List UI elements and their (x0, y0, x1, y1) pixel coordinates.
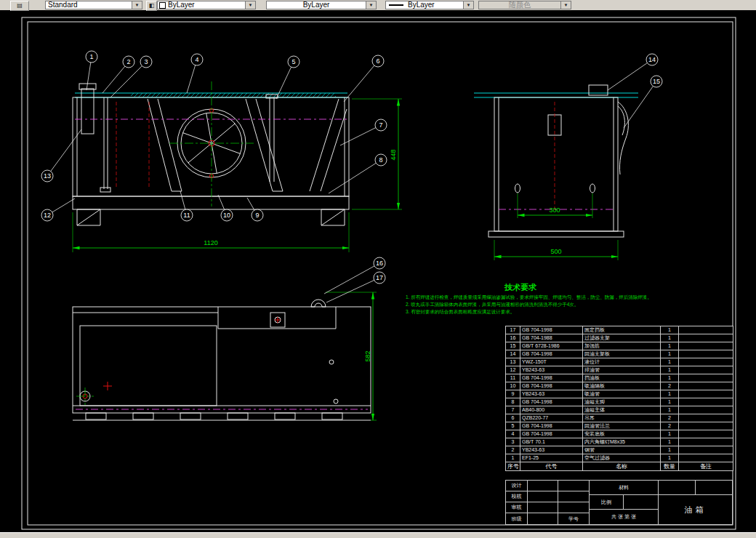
part-name: 加强筋 (583, 342, 661, 350)
part-qty: 1 (661, 390, 679, 398)
part-note (679, 358, 733, 366)
table-row: 17 GB 704-1998 固定挡板 1 (506, 326, 733, 334)
balloon-16: 16 (376, 260, 383, 267)
part-qty: 2 (661, 414, 679, 422)
title-block-label: 设计 (506, 481, 528, 491)
title-block-blank (696, 481, 732, 495)
part-code: EF1-25 (520, 454, 583, 462)
part-no: 14 (506, 350, 520, 358)
linetype-combo[interactable]: ByLayer ▼ (266, 1, 377, 9)
title-block-blank (528, 481, 558, 491)
balloon-2: 2 (126, 58, 130, 65)
part-note (679, 454, 733, 462)
part-name: 安装底板 (583, 430, 661, 438)
balloon-4: 4 (195, 56, 198, 63)
title-block-label: 班级 (506, 513, 528, 524)
balloon-3: 3 (144, 58, 148, 65)
layers-icon[interactable]: ◧ (146, 1, 157, 11)
color-swatch-icon (159, 2, 166, 9)
part-qty: 1 (661, 398, 679, 406)
color-combo-value: ByLayer (166, 1, 245, 9)
part-no: 2 (506, 446, 520, 454)
title-block-blank (558, 481, 590, 491)
chevron-down-icon[interactable]: ▼ (366, 1, 376, 9)
part-code: YB243-63 (520, 446, 583, 454)
plotstyle-combo[interactable]: 随颜色 ▼ (478, 1, 571, 9)
color-combo[interactable]: ByLayer ▼ (157, 1, 256, 9)
header-note: 备注 (679, 462, 733, 471)
part-code: GB 704-1988 (520, 334, 583, 342)
part-name: 吸油隔板 (583, 382, 661, 390)
part-qty: 1 (661, 374, 679, 382)
dim-text-side-width: 500 (550, 248, 561, 255)
status-strip (0, 532, 756, 538)
chevron-down-icon[interactable]: ▼ (560, 1, 571, 9)
part-note (679, 422, 733, 430)
chevron-down-icon[interactable]: ▼ (463, 1, 473, 9)
part-no: 9 (506, 390, 520, 398)
part-code: GB/T 6728-1986 (520, 342, 583, 350)
title-block-blank (528, 502, 558, 513)
lineweight-combo[interactable]: ByLayer ▼ (385, 1, 474, 9)
part-no: 16 (506, 334, 520, 342)
dim-text-plan-height: 582 (364, 350, 371, 361)
part-qty: 1 (661, 446, 679, 454)
part-code: GB 704-1998 (520, 350, 583, 358)
header-code: 代号 (520, 462, 583, 471)
title-block-blank (558, 491, 590, 502)
chevron-down-icon[interactable]: ▼ (245, 1, 255, 9)
part-name: 内六角螺钉M8x35 (583, 438, 661, 446)
part-no: 5 (506, 422, 520, 430)
table-row: 16 GB 704-1988 过滤器支架 1 (506, 334, 733, 342)
table-row: 14 GB 704-1998 回油支架板 1 (506, 350, 733, 358)
part-code: GB 704-1998 (520, 430, 583, 438)
part-code: GB/T 70.1 (520, 438, 583, 446)
part-code: GB 704-1998 (520, 382, 583, 390)
table-row: 12 YB243-63 排油管 1 (506, 366, 733, 374)
part-code: QZB220-77 (520, 414, 583, 422)
chevron-down-icon[interactable]: ▼ (132, 1, 142, 9)
title-block-blank (659, 481, 696, 495)
part-name: 钢管 (583, 446, 661, 454)
parts-table-body: 17 GB 704-1998 固定挡板 1 16 GB 704-1988 过滤器… (506, 326, 733, 462)
parts-table: 17 GB 704-1998 固定挡板 1 16 GB 704-1988 过滤器… (505, 326, 733, 471)
title-block-blank (558, 502, 590, 513)
part-no: 3 (506, 438, 520, 446)
balloon-11: 11 (183, 212, 190, 219)
toolbar: ▤ Standard ▼ ◧ ByLayer ▼ ByLayer ▼ ByLay… (0, 0, 756, 10)
part-qty: 1 (661, 350, 679, 358)
part-name: 回油支架板 (583, 350, 661, 358)
table-row: 10 GB 704-1998 吸油隔板 2 (506, 382, 733, 390)
table-row: 8 GB 704-1998 油箱支脚 1 (506, 398, 733, 406)
part-note (679, 430, 733, 438)
part-note (679, 398, 733, 406)
table-row: 15 GB/T 6728-1986 加强筋 1 (506, 342, 733, 350)
tech-line-3: 3. 有密封要求的结合面表面粗糙度应满足设计要求。 (406, 309, 515, 315)
part-name: 回油管法兰 (583, 422, 661, 430)
balloon-7: 7 (379, 121, 382, 129)
part-note (679, 438, 733, 446)
toolbar-button[interactable]: ▤ (10, 1, 29, 11)
part-name: 挡油板 (583, 374, 661, 382)
part-name: 过滤器支架 (583, 334, 661, 342)
balloon-10: 10 (223, 212, 230, 219)
part-note (679, 350, 733, 358)
part-note (679, 374, 733, 382)
lineweight-combo-value: ByLayer (406, 1, 463, 9)
sheet-count-label: 共 张 第 张 (590, 510, 659, 524)
dim-text-side-span: 300 (549, 206, 560, 214)
part-qty: 1 (661, 342, 679, 350)
part-name: 吊耳 (583, 414, 661, 422)
table-row: 13 YWZ-150T 液位计 1 (506, 358, 733, 366)
header-qty: 数量 (661, 462, 679, 471)
part-code: YB243-63 (520, 390, 583, 398)
balloon-6: 6 (376, 57, 379, 65)
part-qty: 2 (661, 422, 679, 430)
header-name: 名称 (583, 462, 661, 471)
part-qty: 2 (661, 382, 679, 390)
part-no: 10 (506, 382, 520, 390)
style-combo[interactable]: Standard ▼ (45, 1, 142, 9)
balloon-13: 13 (44, 172, 51, 180)
part-qty: 1 (661, 358, 679, 366)
part-qty: 1 (661, 430, 679, 438)
